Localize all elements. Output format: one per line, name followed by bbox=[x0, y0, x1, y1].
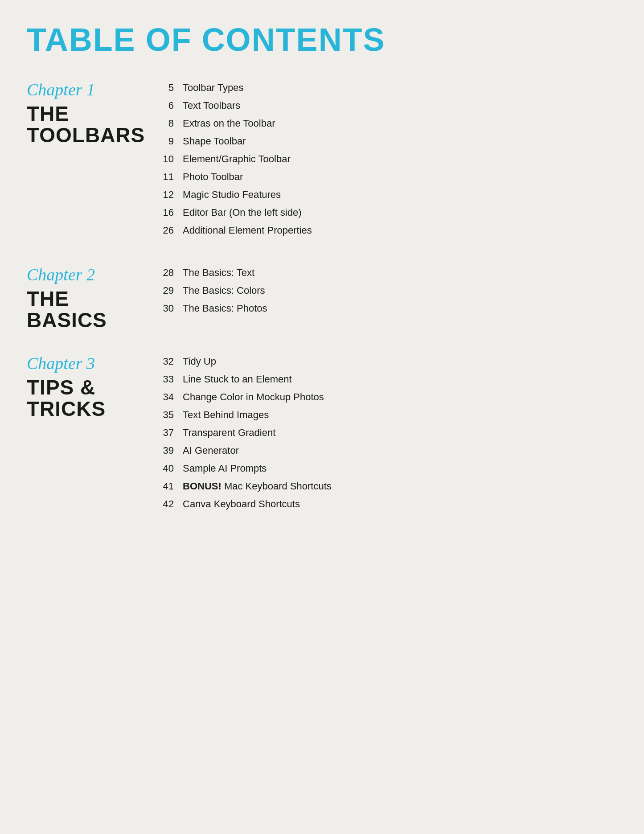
toc-item-label: Additional Element Properties bbox=[183, 225, 312, 236]
list-item: 16Editor Bar (On the left side) bbox=[152, 207, 388, 218]
list-item: 34Change Color in Mockup Photos bbox=[152, 391, 388, 403]
list-item: 9Shape Toolbar bbox=[152, 136, 388, 147]
toc-item-label: Magic Studio Features bbox=[183, 189, 281, 201]
chapter-left-1: Chapter 1THETOOLBARS bbox=[27, 80, 152, 146]
toc-page-number: 26 bbox=[152, 225, 174, 236]
toc-item-label: The Basics: Colors bbox=[183, 285, 265, 296]
toc-page-number: 9 bbox=[152, 136, 174, 147]
list-item: 12Magic Studio Features bbox=[152, 189, 388, 201]
chapter-section-3: Chapter 3TIPS &TRICKS32Tidy Up33Line Stu… bbox=[27, 353, 388, 516]
toc-item-label: Change Color in Mockup Photos bbox=[183, 391, 324, 403]
toc-page-number: 41 bbox=[152, 481, 174, 492]
toc-item-label: Extras on the Toolbar bbox=[183, 118, 275, 129]
list-item: 42Canva Keyboard Shortcuts bbox=[152, 498, 388, 510]
chapter-section-2: Chapter 2THEBASICS28The Basics: Text29Th… bbox=[27, 265, 388, 331]
toc-item-label: The Basics: Text bbox=[183, 267, 254, 279]
toc-page-number: 34 bbox=[152, 391, 174, 403]
list-item: 26Additional Element Properties bbox=[152, 225, 388, 236]
toc-item-label: BONUS! Mac Keyboard Shortcuts bbox=[183, 481, 332, 492]
chapter-title-1: THETOOLBARS bbox=[27, 103, 138, 146]
list-item: 5Toolbar Types bbox=[152, 82, 388, 94]
toc-page-number: 16 bbox=[152, 207, 174, 218]
chapter-title-3: TIPS &TRICKS bbox=[27, 377, 138, 420]
list-item: 35Text Behind Images bbox=[152, 409, 388, 421]
list-item: 41BONUS! Mac Keyboard Shortcuts bbox=[152, 481, 388, 492]
toc-item-label: Tidy Up bbox=[183, 356, 216, 367]
toc-page-number: 28 bbox=[152, 267, 174, 279]
toc-page-number: 35 bbox=[152, 409, 174, 421]
list-item: 40Sample AI Prompts bbox=[152, 463, 388, 474]
list-item: 28The Basics: Text bbox=[152, 267, 388, 279]
toc-item-label: Element/Graphic Toolbar bbox=[183, 153, 291, 165]
toc-page-number: 42 bbox=[152, 498, 174, 510]
list-item: 11Photo Toolbar bbox=[152, 171, 388, 183]
toc-item-label: AI Generator bbox=[183, 445, 239, 456]
toc-page-number: 5 bbox=[152, 82, 174, 94]
toc-item-label: Toolbar Types bbox=[183, 82, 244, 94]
chapter-title-2: THEBASICS bbox=[27, 288, 138, 331]
toc-page-number: 32 bbox=[152, 356, 174, 367]
list-item: 37Transparent Gradient bbox=[152, 427, 388, 439]
toc-page-number: 40 bbox=[152, 463, 174, 474]
list-item: 29The Basics: Colors bbox=[152, 285, 388, 296]
toc-page-number: 8 bbox=[152, 118, 174, 129]
chapter-items-2: 28The Basics: Text29The Basics: Colors30… bbox=[152, 265, 388, 320]
chapter-label-2: Chapter 2 bbox=[27, 265, 138, 284]
chapter-items-3: 32Tidy Up33Line Stuck to an Element34Cha… bbox=[152, 353, 388, 516]
list-item: 8Extras on the Toolbar bbox=[152, 118, 388, 129]
chapter-label-1: Chapter 1 bbox=[27, 80, 138, 99]
page-title: TABLE OF CONTENTS bbox=[27, 22, 388, 58]
toc-item-label: Text Behind Images bbox=[183, 409, 269, 421]
list-item: 6Text Toolbars bbox=[152, 100, 388, 111]
toc-page-number: 11 bbox=[152, 171, 174, 183]
toc-page-number: 10 bbox=[152, 153, 174, 165]
list-item: 33Line Stuck to an Element bbox=[152, 374, 388, 385]
toc-page-number: 6 bbox=[152, 100, 174, 111]
list-item: 32Tidy Up bbox=[152, 356, 388, 367]
toc-item-label: Photo Toolbar bbox=[183, 171, 243, 183]
chapter-items-1: 5Toolbar Types6Text Toolbars8Extras on t… bbox=[152, 80, 388, 242]
toc-item-label: Line Stuck to an Element bbox=[183, 374, 292, 385]
chapter-left-3: Chapter 3TIPS &TRICKS bbox=[27, 353, 152, 420]
chapter-left-2: Chapter 2THEBASICS bbox=[27, 265, 152, 331]
list-item: 39AI Generator bbox=[152, 445, 388, 456]
toc-page-number: 30 bbox=[152, 303, 174, 314]
chapter-section-1: Chapter 1THETOOLBARS5Toolbar Types6Text … bbox=[27, 80, 388, 242]
toc-item-label: Shape Toolbar bbox=[183, 136, 246, 147]
list-item: 10Element/Graphic Toolbar bbox=[152, 153, 388, 165]
toc-page-number: 37 bbox=[152, 427, 174, 439]
toc-page-number: 12 bbox=[152, 189, 174, 201]
toc-item-label: Text Toolbars bbox=[183, 100, 240, 111]
toc-item-label: The Basics: Photos bbox=[183, 303, 267, 314]
toc-item-label: Transparent Gradient bbox=[183, 427, 275, 439]
toc-item-label: Editor Bar (On the left side) bbox=[183, 207, 302, 218]
toc-page-number: 39 bbox=[152, 445, 174, 456]
toc-page-number: 29 bbox=[152, 285, 174, 296]
toc-page-number: 33 bbox=[152, 374, 174, 385]
list-item: 30The Basics: Photos bbox=[152, 303, 388, 314]
toc-item-label: Canva Keyboard Shortcuts bbox=[183, 498, 300, 510]
toc-item-label: Sample AI Prompts bbox=[183, 463, 267, 474]
chapter-label-3: Chapter 3 bbox=[27, 353, 138, 373]
